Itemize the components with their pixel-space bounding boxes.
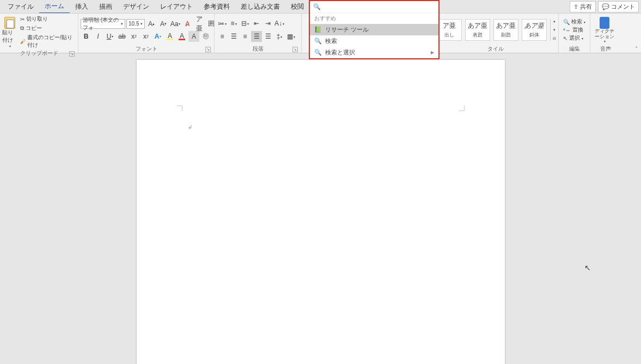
change-case-button[interactable]: Aa▾ [170, 18, 181, 29]
select-button[interactable]: ↖選択▾ [563, 34, 585, 42]
format-painter-label: 書式のコピー/貼り付け [27, 34, 74, 49]
scissors-icon: ✂ [20, 16, 25, 22]
group-paragraph: ≔▾ ≡▾ ⊟▾ ⇤ ⇥ A↓▾ ≡ ☰ ≡ ☰ ☰ ‡▾ ▦▾ 段落↘ [215, 14, 302, 53]
search-icon: 🔍 [563, 19, 570, 25]
strikethrough-button[interactable]: ab [117, 31, 127, 42]
tab-draw[interactable]: 描画 [94, 0, 118, 13]
search-input[interactable] [323, 4, 435, 10]
document-scroll-area[interactable]: ↲ [0, 53, 641, 364]
shading-button[interactable]: ▦▾ [285, 31, 296, 42]
paste-label: 貼り付け [2, 29, 18, 44]
select-label: 選択 [569, 34, 580, 42]
increase-indent-button[interactable]: ⇥ [262, 18, 273, 29]
font-name-combo[interactable]: 游明朝 (本文のフォ▾ [81, 19, 125, 29]
copy-icon: ⧉ [20, 25, 24, 32]
search-item-findselect[interactable]: 🔍 検索と選択 ▶ [310, 47, 438, 58]
search-icon: 🔍 [314, 38, 322, 45]
tab-references[interactable]: 参考資料 [198, 0, 235, 13]
dialog-launcher[interactable]: ↘ [292, 47, 298, 52]
style-gallery-scroll[interactable]: ▴▾⊟ [550, 19, 558, 41]
group-editing: 🔍検索▾ ᵃ↔置換 ↖選択▾ 編集 [559, 14, 590, 53]
tab-review[interactable]: 校閲 [285, 0, 309, 13]
shrink-font-button[interactable]: A▾ [158, 18, 169, 29]
search-input-row[interactable]: 🔍 [310, 1, 438, 13]
align-center-button[interactable]: ☰ [228, 31, 239, 42]
search-item-label: 検索 [325, 37, 337, 45]
style-preview: あア亜 [468, 21, 487, 30]
justify-button[interactable]: ☰ [251, 31, 262, 42]
align-right-button[interactable]: ≡ [240, 31, 251, 42]
italic-button[interactable]: I [93, 31, 103, 42]
highlight-button[interactable]: A [164, 31, 175, 42]
group-label-text: フォント [136, 46, 157, 52]
bullets-button[interactable]: ≔▾ [217, 18, 228, 29]
dictate-button[interactable]: ディクテーション ▾ [593, 17, 616, 44]
style-preview: あア亜 [524, 21, 544, 30]
char-shading-button[interactable]: A [188, 31, 199, 42]
font-size-text: 10.5 [129, 21, 139, 27]
grow-font-button[interactable]: A▴ [146, 18, 157, 29]
search-item-find[interactable]: 🔍 検索 [310, 35, 438, 47]
group-styles: ア亜出し あア亜表題 あア亜副題 あア亜斜体 ▴▾⊟ タイル [432, 14, 559, 53]
style-item[interactable]: ア亜出し [437, 19, 462, 41]
search-icon: 🔍 [314, 49, 322, 56]
char-border-button[interactable]: ㊞ [200, 31, 211, 42]
dictate-label: ディクテーション [593, 29, 616, 40]
tab-design[interactable]: デザイン [118, 0, 155, 13]
group-clipboard: 貼り付け ▾ ✂切り取り ⧉コピー 🖌書式のコピー/貼り付け クリップボード↘ [0, 14, 78, 53]
tab-mailings[interactable]: 差し込み文書 [235, 0, 285, 13]
document-page[interactable]: ↲ [137, 60, 505, 364]
copy-button[interactable]: ⧉コピー [19, 24, 75, 33]
sort-button[interactable]: A↓▾ [274, 18, 285, 29]
comments-label: コメント [611, 3, 635, 11]
tab-layout[interactable]: レイアウト [155, 0, 198, 13]
bold-button[interactable]: B [81, 31, 91, 42]
phonetic-guide-button[interactable]: ア亜 [194, 18, 205, 29]
find-label: 検索 [571, 18, 582, 26]
decrease-indent-button[interactable]: ⇤ [251, 18, 262, 29]
style-name: 副題 [501, 32, 511, 39]
replace-button[interactable]: ᵃ↔置換 [563, 26, 585, 34]
distributed-button[interactable]: ☰ [262, 31, 273, 42]
line-spacing-button[interactable]: ‡▾ [274, 31, 285, 42]
style-item[interactable]: あア亜斜体 [522, 19, 547, 41]
find-button[interactable]: 🔍検索▾ [563, 18, 585, 26]
tab-insert[interactable]: 挿入 [70, 0, 94, 13]
comment-icon: 💬 [602, 3, 609, 10]
underline-button[interactable]: U▾ [105, 31, 115, 42]
tab-home[interactable]: ホーム [39, 0, 70, 14]
cut-button[interactable]: ✂切り取り [19, 15, 75, 23]
paragraph-mark-icon: ↲ [188, 124, 192, 130]
style-item[interactable]: あア亜副題 [493, 19, 518, 41]
tab-file[interactable]: ファイル [2, 0, 39, 13]
brush-icon: 🖌 [20, 39, 26, 45]
collapse-ribbon-button[interactable]: ˄ [635, 46, 638, 52]
font-size-combo[interactable]: 10.5▾ [126, 19, 145, 29]
font-color-button[interactable]: A [176, 31, 187, 42]
paste-button[interactable]: 貼り付け ▾ [2, 17, 18, 48]
subscript-button[interactable]: x2 [129, 31, 139, 42]
text-effects-button[interactable]: A▾ [152, 31, 163, 42]
tell-me-search-popup: 🔍 おすすめ 📗 リサーチ ツール 🔍 検索 🔍 検索と選択 ▶ [309, 0, 439, 59]
style-preview: あア亜 [496, 21, 516, 30]
dialog-launcher[interactable]: ↘ [205, 47, 211, 52]
clear-format-button[interactable]: A̷ [182, 18, 193, 29]
replace-icon: ᵃ↔ [563, 27, 571, 33]
share-button[interactable]: ⇪共有 [570, 1, 596, 13]
search-item-research[interactable]: 📗 リサーチ ツール [310, 24, 438, 35]
style-name: 出し [444, 32, 454, 39]
numbering-button[interactable]: ≡▾ [228, 18, 239, 29]
paste-icon [4, 17, 15, 29]
superscript-button[interactable]: x2 [141, 31, 151, 42]
group-label-text: 段落 [253, 46, 264, 52]
group-label-text: 編集 [569, 46, 580, 52]
style-item[interactable]: あア亜表題 [465, 19, 490, 41]
multilevel-button[interactable]: ⊟▾ [240, 18, 251, 29]
format-painter-button[interactable]: 🖌書式のコピー/貼り付け [19, 33, 75, 50]
comments-button[interactable]: 💬コメント [598, 1, 639, 13]
group-label-text: タイル [487, 46, 504, 52]
group-label-text: 音声 [600, 46, 611, 52]
cut-label: 切り取り [26, 15, 48, 23]
align-left-button[interactable]: ≡ [217, 31, 228, 42]
cursor-icon: ↖ [563, 35, 567, 41]
